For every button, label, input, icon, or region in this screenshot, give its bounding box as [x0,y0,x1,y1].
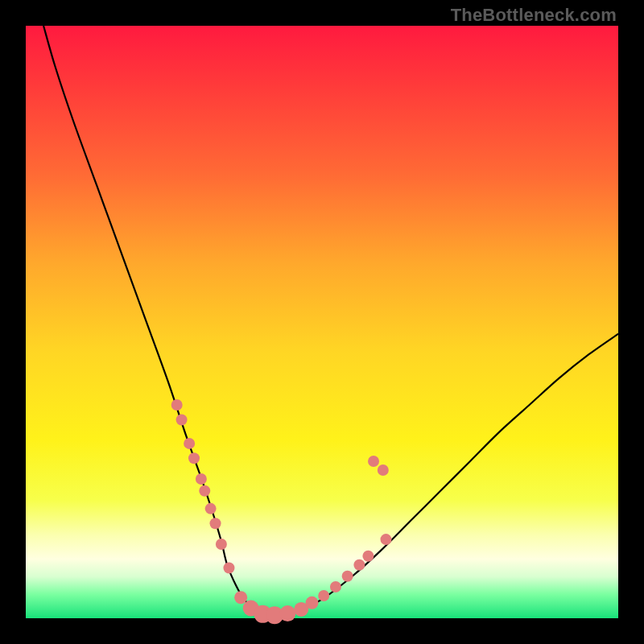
bottleneck-curve [43,26,618,616]
data-marker [210,518,221,529]
data-marker [184,438,195,449]
data-marker [318,590,329,601]
data-marker [199,485,210,497]
data-marker [378,464,389,476]
chart-svg [26,26,618,618]
data-marker [223,562,234,573]
data-marker [234,591,247,604]
data-marker [342,571,353,582]
data-marker [188,452,200,464]
data-marker [279,605,295,621]
data-marker [353,559,365,571]
data-marker [368,456,379,467]
data-marker [380,534,391,545]
data-marker [205,503,217,514]
data-marker [176,414,188,425]
chart-area [26,26,618,618]
data-marker [305,597,318,609]
data-marker [362,551,374,562]
data-marker [216,539,227,550]
data-marker [196,473,207,485]
data-marker [330,581,341,592]
marker-group [171,399,392,624]
watermark-text: TheBottleneck.com [451,5,617,26]
data-marker [171,399,183,411]
